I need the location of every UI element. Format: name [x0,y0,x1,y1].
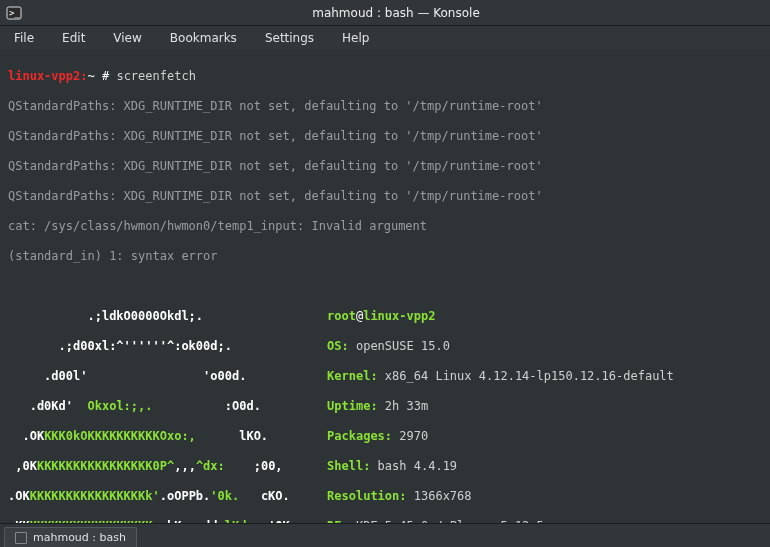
warn-line: QStandardPaths: XDG_RUNTIME_DIR not set,… [8,99,762,114]
info-kernel-value: x86_64 Linux 4.12.14-lp150.12.16-default [378,369,674,383]
info-shell-value: bash 4.4.19 [370,459,457,473]
svg-text:>_: >_ [9,8,20,18]
title-bar: >_ mahmoud : bash — Konsole [0,0,770,26]
info-resolution-label: Resolution: [327,489,406,503]
warn-line: QStandardPaths: XDG_RUNTIME_DIR not set,… [8,129,762,144]
prompt-host: linux-vpp2: [8,69,87,83]
warn-line: cat: /sys/class/hwmon/hwmon0/temp1_input… [8,219,762,234]
close-tab-icon[interactable] [15,532,27,544]
menu-edit[interactable]: Edit [56,28,91,48]
warn-line: (standard_in) 1: syntax error [8,249,762,264]
prompt-hash: ~ # [87,69,109,83]
warn-line: QStandardPaths: XDG_RUNTIME_DIR not set,… [8,189,762,204]
info-kernel-label: Kernel: [327,369,378,383]
prompt-command: screenfetch [116,69,195,83]
warn-line: QStandardPaths: XDG_RUNTIME_DIR not set,… [8,159,762,174]
info-shell-label: Shell: [327,459,370,473]
info-os-label: OS: [327,339,349,353]
system-info: root@linux-vpp2 OS: openSUSE 15.0 Kernel… [297,294,674,523]
konsole-app-icon: >_ [6,5,22,21]
menu-settings[interactable]: Settings [259,28,320,48]
menu-view[interactable]: View [107,28,147,48]
info-packages-label: Packages: [327,429,392,443]
info-user: root [327,309,356,323]
terminal[interactable]: linux-vpp2:~ # screenfetch QStandardPath… [0,50,770,523]
ascii-logo: .;ldkO0000Okdl;. .;d00xl:^''''''^:ok00d;… [8,294,297,523]
info-resolution-value: 1366x768 [407,489,472,503]
menu-bar: File Edit View Bookmarks Settings Help [0,26,770,50]
info-uptime-label: Uptime: [327,399,378,413]
screenfetch-output: .;ldkO0000Okdl;. .;d00xl:^''''''^:ok00d;… [8,294,762,523]
menu-file[interactable]: File [8,28,40,48]
terminal-tab[interactable]: mahmoud : bash [4,527,137,547]
menu-help[interactable]: Help [336,28,375,48]
menu-bookmarks[interactable]: Bookmarks [164,28,243,48]
tab-bar: mahmoud : bash [0,523,770,547]
info-host: linux-vpp2 [363,309,435,323]
window-title: mahmoud : bash — Konsole [22,6,770,20]
info-uptime-value: 2h 33m [378,399,429,413]
info-os-value: openSUSE 15.0 [349,339,450,353]
tab-label: mahmoud : bash [33,531,126,544]
prompt-line: linux-vpp2:~ # screenfetch [8,69,762,84]
info-packages-value: 2970 [392,429,428,443]
